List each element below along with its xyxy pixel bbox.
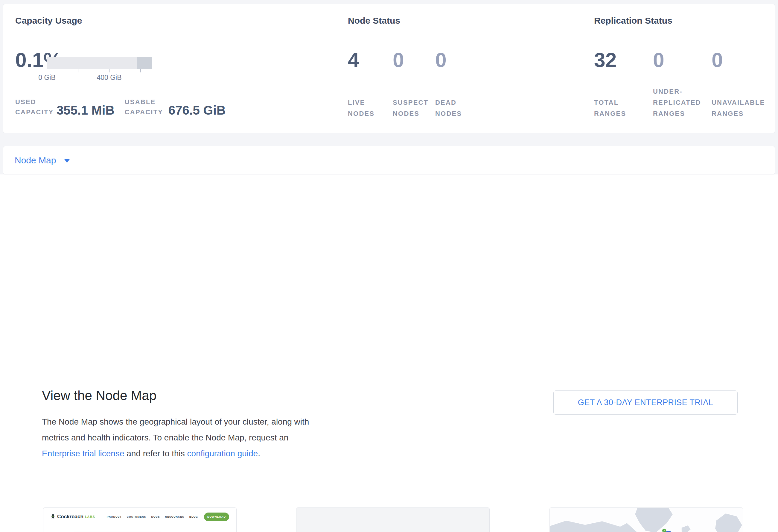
configuration-guide-link[interactable]: configuration guide	[187, 449, 258, 458]
unavailable-ranges-label: UNAVAILABLE RANGES	[712, 97, 768, 119]
unavailable-ranges-value: 0	[712, 50, 768, 70]
ams-header: ✓ geo=ams 1 Node	[664, 531, 700, 532]
mini-nav-resources: RESOURCES	[165, 515, 184, 518]
view-selector-bar: Node Map	[3, 146, 775, 174]
used-capacity-value: 355.1 MiB	[57, 104, 114, 117]
get-enterprise-trial-button[interactable]: GET A 30-DAY ENTERPRISE TRIAL	[553, 390, 737, 415]
description-text: and refer to this	[124, 449, 187, 458]
suspect-nodes-value: 0	[393, 50, 432, 70]
capacity-axis-label-0: 0 GiB	[38, 74, 56, 82]
capacity-values-row: USED CAPACITY 355.1 MiB USABLE CAPACITY …	[15, 97, 236, 119]
cockroach-labs-logo: Cockroach LABS	[51, 514, 95, 520]
capacity-axis-label-400: 400 GiB	[97, 74, 122, 82]
total-ranges-value: 32	[594, 50, 633, 70]
step-1-card: Cockroach LABS PRODUCT CUSTOMERS DOCS RE…	[43, 508, 237, 532]
usable-capacity-value: 676.5 GiB	[168, 104, 226, 117]
used-capacity-label: USED CAPACITY	[15, 97, 51, 117]
world-map-image	[550, 508, 743, 532]
caret-down-icon[interactable]	[64, 159, 70, 163]
mini-nav-customers: CUSTOMERS	[127, 515, 146, 518]
usable-capacity-label: USABLE CAPACITY	[125, 97, 163, 117]
live-nodes-value: 4	[348, 50, 390, 70]
sql-commands-snippet: > SET CLUSTER SETTING CLUSTER.ORGANIZATI…	[296, 508, 489, 532]
suspect-nodes-stat: 0 SUSPECT NODES	[393, 50, 432, 121]
mini-nav-blog: BLOG	[189, 515, 198, 518]
step-3-card: 1 geo=sfo 2 Nodes 9% CAPACITY	[549, 508, 743, 532]
mini-logo-text: Cockroach	[57, 514, 83, 520]
unavailable-ranges-stat: 0 UNAVAILABLE RANGES	[712, 50, 768, 121]
live-nodes-stat: 4 LIVE NODES	[348, 50, 390, 121]
capacity-axis-tick	[47, 69, 47, 72]
capacity-axis-tick	[78, 69, 78, 72]
capacity-usage-title: Capacity Usage	[15, 15, 82, 26]
capacity-bar-reserved-segment	[137, 57, 152, 69]
trial-license-site-screenshot: Cockroach LABS PRODUCT CUSTOMERS DOCS RE…	[44, 508, 236, 532]
enterprise-trial-license-link[interactable]: Enterprise trial license	[42, 449, 124, 458]
capacity-axis-tick	[109, 69, 109, 72]
under-replicated-ranges-value: 0	[653, 50, 704, 70]
dead-nodes-stat: 0 DEAD NODES	[435, 50, 471, 121]
step-2-card: > SET CLUSTER SETTING CLUSTER.ORGANIZATI…	[296, 508, 490, 532]
dead-nodes-value: 0	[435, 50, 471, 70]
node-map-promo-section: View the Node Map The Node Map shows the…	[0, 174, 778, 532]
mini-nav-docs: DOCS	[151, 515, 160, 518]
mini-logo-suffix: LABS	[85, 515, 95, 519]
suspect-nodes-label: SUSPECT NODES	[393, 97, 432, 119]
mini-nav-product: PRODUCT	[107, 515, 122, 518]
dead-nodes-label: DEAD NODES	[435, 97, 471, 119]
cockroach-bug-icon	[51, 514, 55, 520]
cluster-summary-bar: Capacity Usage 0.1% 0 GiB 400 GiB USED C…	[3, 4, 775, 133]
node-map-dropdown[interactable]: Node Map	[15, 155, 56, 165]
total-ranges-label: TOTAL RANGES	[594, 97, 633, 119]
capacity-bar-chart	[47, 57, 152, 69]
capacity-axis-tick	[140, 69, 141, 72]
node-status-title: Node Status	[348, 15, 400, 26]
mini-site-nav-links: PRODUCT CUSTOMERS DOCS RESOURCES BLOG	[107, 515, 198, 518]
live-nodes-label: LIVE NODES	[348, 97, 390, 119]
total-ranges-stat: 32 TOTAL RANGES	[594, 50, 633, 121]
replication-status-title: Replication Status	[594, 15, 673, 26]
description-text: The Node Map shows the geographical layo…	[42, 417, 309, 442]
map-node-ams: ✓ geo=ams 1 Node 10% CAPACITY	[664, 531, 700, 532]
under-replicated-ranges-stat: 0 UNDER-REPLICATED RANGES	[653, 50, 704, 121]
section-title: View the Node Map	[42, 388, 156, 403]
description-text: .	[258, 449, 260, 458]
mini-download-button: DOWNLOAD	[204, 513, 229, 521]
cluster-overview-page: Capacity Usage 0.1% 0 GiB 400 GiB USED C…	[0, 0, 778, 532]
section-divider	[42, 488, 743, 488]
node-map-preview: 1 geo=sfo 2 Nodes 9% CAPACITY	[550, 508, 743, 532]
under-replicated-ranges-label: UNDER-REPLICATED RANGES	[653, 86, 704, 119]
mini-site-nav: Cockroach LABS PRODUCT CUSTOMERS DOCS RE…	[44, 508, 236, 526]
section-description: The Node Map shows the geographical layo…	[42, 414, 326, 461]
locality-name: geo=ams	[674, 531, 690, 532]
healthy-badge-icon: ✓	[662, 528, 667, 532]
